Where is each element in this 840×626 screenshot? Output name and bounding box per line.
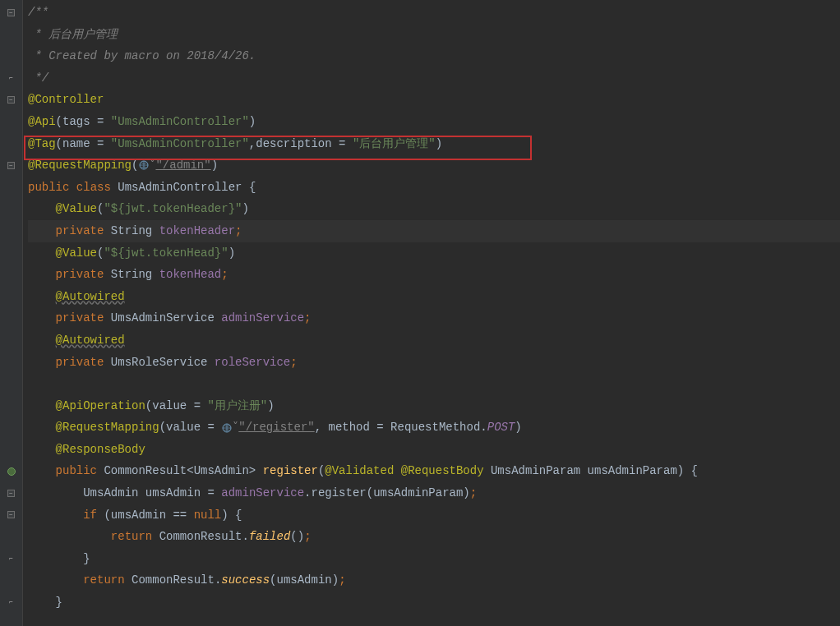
code-line[interactable]: private UmsAdminService adminService; [28, 307, 840, 329]
attr: ,description = [249, 133, 353, 155]
gutter-row [0, 395, 22, 417]
indent [28, 198, 56, 220]
code-line[interactable]: } [28, 548, 840, 570]
fold-end-icon: ⌐ [7, 75, 15, 82]
code-line[interactable]: @Controller [28, 89, 840, 111]
fold-minus-icon[interactable]: − [7, 490, 15, 497]
code-line[interactable]: @Value("${jwt.tokenHeader}") [28, 198, 840, 220]
gutter-row: ⌐ [0, 548, 22, 570]
code-line[interactable]: public CommonResult<UmsAdmin> register(@… [28, 460, 840, 482]
code-line[interactable] [28, 373, 840, 395]
code-area[interactable]: /** * 后台用户管理 * Created by macro on 2018/… [23, 0, 840, 626]
gutter-row [0, 460, 22, 482]
fold-minus-icon[interactable]: − [7, 162, 15, 169]
globe-icon[interactable] [221, 422, 233, 434]
code-line[interactable]: return CommonResult.failed(); [28, 526, 840, 548]
indent [28, 220, 56, 242]
code-line[interactable]: @Api(tags = "UmsAdminController") [28, 111, 840, 133]
code-line[interactable]: @Autowired [28, 329, 840, 352]
annotation: @Value [56, 198, 97, 220]
annotation: @RequestBody [401, 460, 484, 482]
arg: umsAdmin [277, 569, 332, 591]
code-line[interactable]: @Tag(name = "UmsAdminController",descrip… [28, 133, 840, 155]
indent [28, 504, 83, 527]
paren: ) [267, 395, 274, 417]
annotation: @Autowired [56, 329, 125, 352]
brace: { [242, 177, 256, 199]
gutter-row [0, 242, 22, 265]
code-line[interactable]: UmsAdmin umsAdmin = adminService.registe… [28, 482, 840, 504]
chevron-down-icon[interactable]: ˅ [233, 417, 238, 439]
annotation: @Autowired [56, 286, 125, 308]
string: "UmsAdminController" [111, 133, 249, 155]
gutter-row: − [0, 482, 22, 504]
code-line[interactable]: @ResponseBody [28, 439, 840, 461]
paren: ) { [677, 460, 698, 482]
static-method: failed [249, 526, 290, 548]
type: UmsRoleService [111, 352, 208, 374]
annotation: @ApiOperation [56, 395, 145, 417]
chevron-down-icon[interactable]: ˅ [150, 154, 155, 177]
brace: } [56, 591, 62, 614]
fold-minus-icon[interactable]: − [7, 96, 15, 104]
paren: ) [228, 242, 235, 265]
paren: ( [159, 417, 166, 439]
space [215, 307, 221, 329]
code-line[interactable]: @ApiOperation(value = "用户注册") [28, 395, 840, 417]
code-line[interactable]: @RequestMapping(value = ˅"/register", me… [28, 417, 840, 439]
gutter-row [0, 286, 22, 308]
url-path[interactable]: "/admin" [155, 154, 210, 177]
code-line-current[interactable]: private String tokenHeader; [28, 220, 840, 242]
attr: name = [62, 133, 111, 155]
string: "用户注册" [207, 395, 267, 417]
indent [28, 526, 111, 548]
fold-end-icon: ⌐ [7, 599, 15, 606]
code-line[interactable]: public class UmsAdminController { [28, 177, 840, 199]
semicolon: ; [339, 569, 345, 591]
code-line[interactable]: } [28, 591, 840, 614]
code-line[interactable]: if (umsAdmin == null) { [28, 504, 840, 527]
annotation: @RequestMapping [56, 417, 159, 439]
code-line[interactable]: private String tokenHead; [28, 264, 840, 286]
arg: umsAdminParam [373, 482, 463, 504]
indent [28, 460, 56, 482]
code-line[interactable]: /** [28, 2, 840, 24]
space [104, 220, 110, 242]
gutter: − ⌐ − − − − ⌐ ⌐ [0, 0, 23, 626]
gutter-row: − [0, 2, 22, 24]
gutter-row [0, 177, 22, 199]
code-line[interactable]: return CommonResult.success(umsAdmin); [28, 569, 840, 591]
override-icon[interactable] [7, 467, 16, 476]
code-line[interactable]: @Value("${jwt.tokenHead}") [28, 242, 840, 265]
paren: ( [97, 242, 104, 265]
url-path[interactable]: "/register" [238, 417, 314, 439]
paren: ) [249, 111, 256, 133]
code-line[interactable]: * Created by macro on 2018/4/26. [28, 45, 840, 67]
dot: . [215, 569, 221, 591]
code-line[interactable]: * 后台用户管理 [28, 24, 840, 46]
gutter-row [0, 329, 22, 352]
indent [28, 395, 56, 417]
semicolon: ; [304, 526, 311, 548]
string: "${jwt.tokenHead}" [104, 242, 228, 265]
code-line[interactable]: */ [28, 67, 840, 90]
paren: ( [56, 133, 62, 155]
gutter-row [0, 220, 22, 242]
gutter-row: ⌐ [0, 67, 22, 90]
code-line[interactable]: private UmsRoleService roleService; [28, 352, 840, 374]
globe-icon[interactable] [138, 159, 150, 171]
fold-minus-icon[interactable]: − [7, 511, 15, 518]
fold-minus-icon[interactable]: − [7, 9, 15, 16]
paren: ) [242, 198, 248, 220]
paren: ) { [221, 504, 242, 527]
indent [28, 591, 56, 614]
gutter-row [0, 133, 22, 155]
space [484, 460, 491, 482]
indent [28, 264, 56, 286]
keyword: private [56, 307, 104, 329]
code-line[interactable]: @RequestMapping(˅"/admin") [28, 154, 840, 177]
space [97, 504, 104, 527]
space [111, 177, 118, 199]
code-line[interactable]: @Autowired [28, 286, 840, 308]
paren: ( [132, 154, 138, 177]
